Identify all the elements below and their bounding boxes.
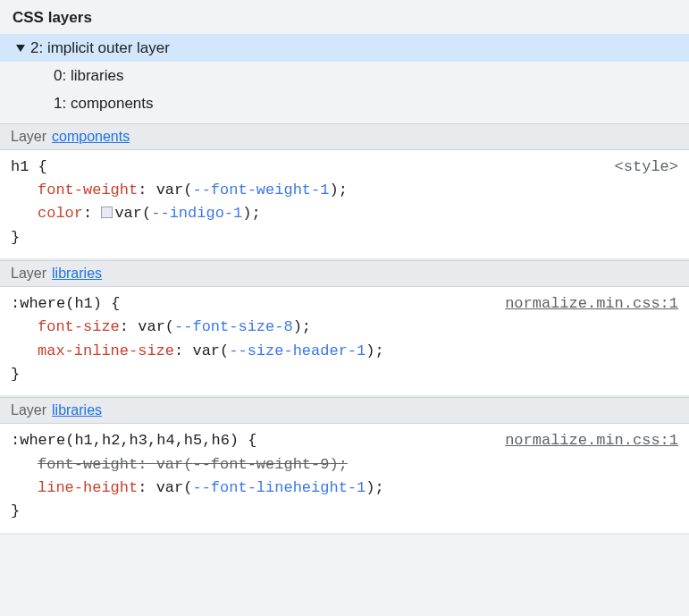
- layer-prefix: Layer: [11, 402, 46, 418]
- layer-link[interactable]: components: [52, 129, 130, 145]
- rule-block: :where(h1) { normalize.min.css:1 font-si…: [0, 287, 689, 397]
- tree-row-child[interactable]: 0: libraries: [0, 62, 689, 89]
- layer-prefix: Layer: [11, 129, 46, 145]
- tree-row-child[interactable]: 1: components: [0, 89, 689, 117]
- layer-prefix: Layer: [11, 266, 46, 282]
- selector[interactable]: :where(h1) {: [11, 292, 120, 316]
- rule-close: }: [11, 500, 678, 523]
- source-label: <style>: [615, 156, 678, 179]
- layer-header: Layer libraries: [0, 260, 689, 287]
- layer-tree: 2: implicit outer layer 0: libraries 1: …: [0, 34, 689, 123]
- tree-row-label: 0: libraries: [54, 63, 123, 88]
- layer-link[interactable]: libraries: [52, 266, 102, 282]
- layer-header: Layer components: [0, 123, 689, 150]
- rule-close: }: [11, 226, 678, 249]
- selector[interactable]: :where(h1,h2,h3,h4,h5,h6) {: [11, 429, 256, 452]
- declaration[interactable]: font-size: var(--font-size-8);: [11, 316, 678, 339]
- declaration[interactable]: line-height: var(--font-lineheight-1);: [11, 477, 678, 500]
- declaration[interactable]: color: var(--indigo-1);: [11, 202, 678, 225]
- rule-block: :where(h1,h2,h3,h4,h5,h6) { normalize.mi…: [0, 424, 689, 534]
- source-link[interactable]: normalize.min.css:1: [505, 429, 678, 452]
- disclosure-triangle-icon[interactable]: [16, 45, 25, 52]
- declaration[interactable]: max-inline-size: var(--size-header-1);: [11, 340, 678, 363]
- selector[interactable]: h1 {: [11, 156, 47, 179]
- tree-row-root[interactable]: 2: implicit outer layer: [0, 34, 689, 62]
- layer-header: Layer libraries: [0, 397, 689, 424]
- source-link[interactable]: normalize.min.css:1: [505, 292, 678, 316]
- panel-title: CSS layers: [0, 0, 689, 34]
- declaration-overridden[interactable]: font-weight: var(--font-weight-9);: [11, 453, 678, 477]
- rule-block: h1 { <style> font-weight: var(--font-wei…: [0, 150, 689, 260]
- color-swatch-icon[interactable]: [101, 207, 113, 218]
- declaration[interactable]: font-weight: var(--font-weight-1);: [11, 179, 678, 202]
- tree-row-label: 1: components: [54, 91, 154, 115]
- layer-link[interactable]: libraries: [52, 402, 102, 418]
- rule-close: }: [11, 363, 678, 386]
- tree-row-label: 2: implicit outer layer: [30, 36, 170, 60]
